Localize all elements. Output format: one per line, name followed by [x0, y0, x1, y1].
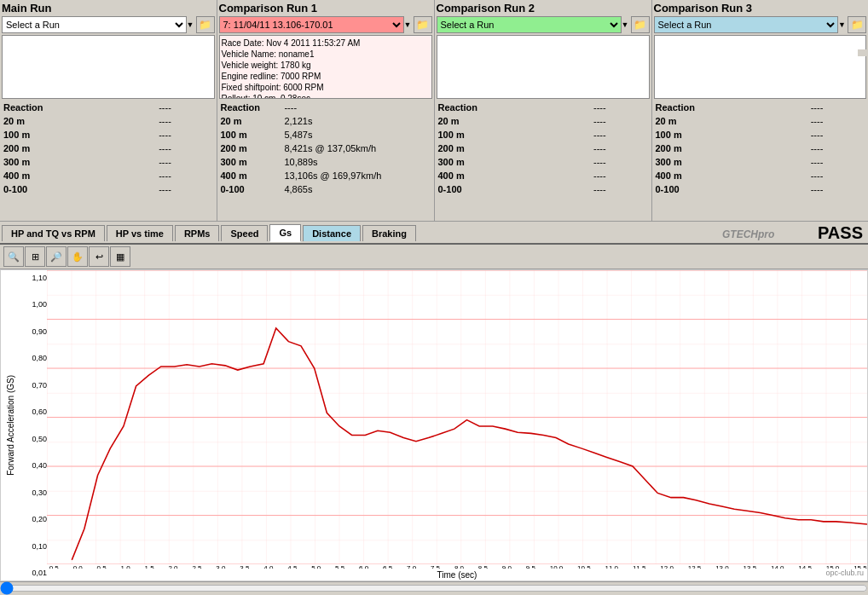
x-tick: 4,5: [287, 564, 297, 569]
tab-hp-tq-rpm[interactable]: HP and TQ vs RPM: [2, 225, 105, 241]
comparison-run-1-select[interactable]: 7: 11/04/11 13.106-170.01: [219, 16, 404, 33]
x-tick: 7,5: [431, 564, 440, 569]
tab-gs[interactable]: Gs: [269, 224, 301, 242]
main-run-selector[interactable]: Select a Run ▼ 📁: [2, 16, 215, 33]
tab-distance[interactable]: Distance: [303, 225, 361, 241]
tab-hp-time[interactable]: HP vs time: [107, 225, 173, 241]
comparison-run-3-title: Comparison Run 3: [654, 2, 867, 14]
tab-rpms[interactable]: RPMs: [175, 225, 220, 241]
comparison-run-1-selector[interactable]: 7: 11/04/11 13.106-170.01 ▼ 📁: [219, 16, 432, 33]
stat-value: ----: [157, 101, 214, 114]
comparison-run-3-panel: Comparison Run 3 Select a Run ▼ 📁 Reacti…: [652, 0, 869, 221]
y-tick: 0,10: [20, 542, 47, 551]
x-tick: -0,5: [47, 564, 59, 569]
x-tick: 6,0: [359, 564, 368, 569]
x-tick: 12,5: [688, 564, 702, 569]
x-tick: 10,5: [577, 564, 591, 569]
y-tick: 1,10: [20, 274, 47, 282]
y-tick: 1,00: [20, 300, 47, 309]
tab-braking[interactable]: Braking: [362, 225, 416, 241]
x-tick: 8,5: [478, 564, 488, 569]
comparison-run-3-info-box: [654, 35, 867, 99]
x-tick: 0,0: [73, 564, 83, 569]
main-run-stats: Reaction---- 20 m---- 100 m---- 200 m---…: [2, 101, 215, 196]
x-tick: 11,5: [633, 564, 646, 569]
x-tick: 0,5: [97, 564, 107, 569]
x-tick: 14,0: [771, 564, 784, 569]
main-run-title: Main Run: [2, 2, 215, 14]
zoom-fit-btn[interactable]: ⊞: [25, 246, 45, 267]
main-run-select[interactable]: Select a Run: [2, 16, 187, 33]
x-tick: 3,0: [216, 564, 225, 569]
stat-label: Reaction: [2, 101, 157, 114]
main-run-folder-btn[interactable]: 📁: [196, 16, 215, 33]
y-tick: 0,01: [20, 569, 47, 577]
x-tick: 1,0: [121, 564, 130, 569]
y-tick: 0,70: [20, 381, 47, 390]
comparison-run-2-panel: Comparison Run 2 Select a Run ▼ 📁 Reacti…: [435, 0, 652, 221]
x-tick: 13,0: [715, 564, 729, 569]
chart-scrollbar-input[interactable]: [0, 582, 868, 594]
x-tick: 12,0: [660, 564, 674, 569]
comparison-run-2-selector[interactable]: Select a Run ▼ 📁: [437, 16, 650, 33]
x-tick: 8,0: [454, 564, 464, 569]
top-panels: Main Run Select a Run ▼ 📁 Reaction---- 2…: [0, 0, 868, 222]
comparison-run-2-select[interactable]: Select a Run: [437, 16, 622, 33]
comparison-run-2-dropdown-arrow: ▼: [622, 20, 629, 29]
pass-label: PASS: [818, 223, 863, 243]
x-tick: 10,0: [550, 564, 564, 569]
x-tick: 2,0: [168, 564, 177, 569]
comparison-run-2-stats: Reaction---- 20 m---- 100 m---- 200 m---…: [437, 101, 650, 196]
toolbar: 🔍 ⊞ 🔎 ✋ ↩ ▦: [0, 245, 868, 269]
comparison-run-1-folder-btn[interactable]: 📁: [414, 16, 432, 33]
x-axis-label: Time (sec): [47, 569, 867, 581]
tab-speed[interactable]: Speed: [221, 225, 268, 241]
gtech-pro-logo: GTECHpro: [722, 224, 816, 243]
x-tick: 14,5: [798, 564, 812, 569]
main-run-dropdown-arrow: ▼: [187, 20, 194, 29]
chart-svg: [47, 270, 867, 564]
comparison-run-3-dropdown-arrow: ▼: [838, 20, 846, 29]
x-tick: 2,5: [192, 564, 201, 569]
y-axis-label: Forward Acceleration (GS): [6, 375, 15, 476]
x-tick: 9,0: [502, 564, 512, 569]
comparison-run-3-folder-btn[interactable]: 📁: [848, 16, 866, 33]
grid-btn[interactable]: ▦: [110, 246, 130, 267]
y-tick: 0,40: [20, 461, 47, 470]
comparison-run-2-folder-btn[interactable]: 📁: [631, 16, 650, 33]
main-run-info-box: [2, 35, 215, 99]
comparison-run-3-stats: Reaction---- 20 m---- 100 m---- 200 m---…: [654, 101, 867, 196]
watermark: opc-club.ru: [825, 569, 864, 577]
comparison-run-1-dropdown-arrow: ▼: [404, 20, 412, 29]
x-tick: 9,5: [526, 564, 535, 569]
zoom-out-btn[interactable]: 🔎: [46, 246, 67, 267]
y-tick: 0,60: [20, 407, 47, 416]
comparison-run-1-panel: Comparison Run 1 7: 11/04/11 13.106-170.…: [217, 0, 435, 221]
comparison-run-3-select[interactable]: Select a Run: [654, 16, 839, 33]
y-tick: 0,50: [20, 435, 47, 443]
pan-btn[interactable]: ✋: [67, 246, 88, 267]
svg-text:GTECHpro: GTECHpro: [722, 228, 774, 240]
comparison-run-1-stats: Reaction---- 20 m2,121s 100 m5,487s 200 …: [219, 101, 432, 196]
comparison-run-2-info-box: [437, 35, 650, 99]
y-tick: 0,20: [20, 515, 47, 523]
x-tick: 7,0: [407, 564, 416, 569]
y-tick: 0,80: [20, 354, 47, 362]
x-tick: 1,5: [144, 564, 153, 569]
comparison-run-1-title: Comparison Run 1: [219, 2, 432, 14]
x-tick: 5,0: [311, 564, 321, 569]
comparison-run-2-title: Comparison Run 2: [437, 2, 650, 14]
chart-scrollbar[interactable]: [0, 581, 868, 595]
zoom-in-btn[interactable]: 🔍: [3, 246, 24, 267]
comparison-run-1-info-box: Race Date: Nov 4 2011 11:53:27 AM Vehicl…: [219, 35, 432, 99]
y-tick: 0,90: [20, 327, 47, 336]
main-run-panel: Main Run Select a Run ▼ 📁 Reaction---- 2…: [0, 0, 217, 221]
select-btn[interactable]: ↩: [89, 246, 109, 267]
x-tick: 5,5: [335, 564, 344, 569]
logo-area: GTECHpro PASS: [722, 223, 866, 243]
x-tick: 13,5: [744, 564, 757, 569]
x-tick: 11,0: [605, 564, 619, 569]
x-tick: 4,0: [263, 564, 273, 569]
tabs-row: HP and TQ vs RPM HP vs time RPMs Speed G…: [0, 222, 868, 245]
comparison-run-3-selector[interactable]: Select a Run ▼ 📁: [654, 16, 867, 33]
